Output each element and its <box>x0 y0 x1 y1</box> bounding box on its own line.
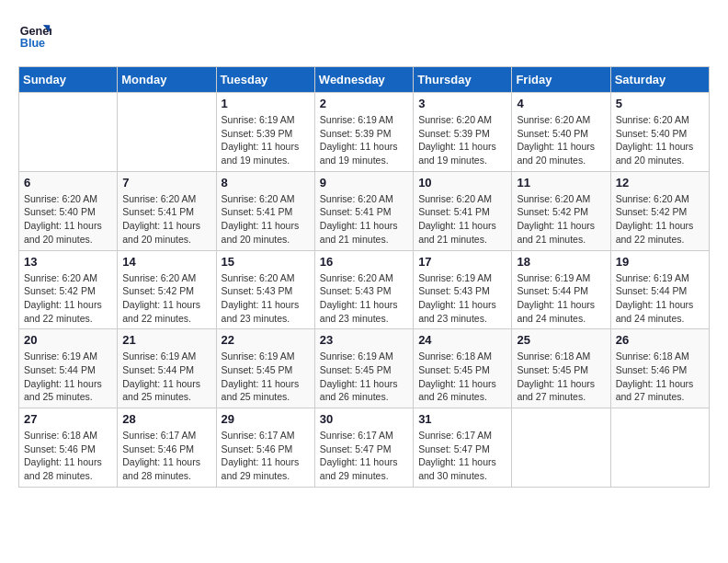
calendar-cell: 29Sunrise: 6:17 AM Sunset: 5:46 PM Dayli… <box>216 408 314 488</box>
day-info: Sunrise: 6:20 AM Sunset: 5:40 PM Dayligh… <box>24 192 112 247</box>
calendar-cell: 10Sunrise: 6:20 AM Sunset: 5:41 PM Dayli… <box>414 171 512 250</box>
day-info: Sunrise: 6:17 AM Sunset: 5:46 PM Dayligh… <box>222 429 310 483</box>
week-row-4: 20Sunrise: 6:19 AM Sunset: 5:44 PM Dayli… <box>19 329 710 408</box>
day-info: Sunrise: 6:19 AM Sunset: 5:44 PM Dayligh… <box>517 271 605 326</box>
day-info: Sunrise: 6:18 AM Sunset: 5:46 PM Dayligh… <box>616 350 704 404</box>
day-number: 7 <box>122 176 210 190</box>
day-info: Sunrise: 6:20 AM Sunset: 5:42 PM Dayligh… <box>24 271 112 326</box>
day-header-thursday: Thursday <box>414 67 512 93</box>
day-info: Sunrise: 6:17 AM Sunset: 5:47 PM Dayligh… <box>320 429 408 483</box>
calendar-cell: 3Sunrise: 6:20 AM Sunset: 5:39 PM Daylig… <box>414 93 512 172</box>
day-info: Sunrise: 6:20 AM Sunset: 5:41 PM Dayligh… <box>122 192 210 247</box>
day-info: Sunrise: 6:20 AM Sunset: 5:41 PM Dayligh… <box>418 192 506 247</box>
day-header-wednesday: Wednesday <box>314 67 413 93</box>
calendar-cell: 20Sunrise: 6:19 AM Sunset: 5:44 PM Dayli… <box>19 329 118 408</box>
day-info: Sunrise: 6:20 AM Sunset: 5:41 PM Dayligh… <box>320 192 408 247</box>
day-info: Sunrise: 6:20 AM Sunset: 5:42 PM Dayligh… <box>517 192 605 247</box>
calendar-cell: 13Sunrise: 6:20 AM Sunset: 5:42 PM Dayli… <box>19 250 118 329</box>
day-info: Sunrise: 6:19 AM Sunset: 5:44 PM Dayligh… <box>616 271 704 326</box>
day-info: Sunrise: 6:19 AM Sunset: 5:39 PM Dayligh… <box>320 113 408 167</box>
page-header: General Blue <box>18 18 710 52</box>
day-info: Sunrise: 6:17 AM Sunset: 5:46 PM Dayligh… <box>122 429 210 483</box>
day-info: Sunrise: 6:18 AM Sunset: 5:46 PM Dayligh… <box>24 429 112 483</box>
day-number: 1 <box>222 97 310 110</box>
day-number: 16 <box>320 255 408 269</box>
day-info: Sunrise: 6:18 AM Sunset: 5:45 PM Dayligh… <box>418 350 506 404</box>
day-header-tuesday: Tuesday <box>216 67 314 93</box>
day-info: Sunrise: 6:20 AM Sunset: 5:42 PM Dayligh… <box>616 192 704 247</box>
day-header-monday: Monday <box>118 67 216 93</box>
day-number: 15 <box>222 255 310 269</box>
day-number: 18 <box>517 255 605 269</box>
day-info: Sunrise: 6:20 AM Sunset: 5:42 PM Dayligh… <box>122 271 210 326</box>
calendar-cell: 7Sunrise: 6:20 AM Sunset: 5:41 PM Daylig… <box>118 171 216 250</box>
week-row-2: 6Sunrise: 6:20 AM Sunset: 5:40 PM Daylig… <box>19 171 710 250</box>
calendar-cell: 14Sunrise: 6:20 AM Sunset: 5:42 PM Dayli… <box>118 250 216 329</box>
calendar-cell <box>118 93 216 172</box>
day-number: 26 <box>616 333 704 347</box>
day-info: Sunrise: 6:20 AM Sunset: 5:40 PM Dayligh… <box>517 113 605 167</box>
logo-icon: General Blue <box>18 18 51 52</box>
day-info: Sunrise: 6:20 AM Sunset: 5:43 PM Dayligh… <box>222 271 310 326</box>
day-number: 3 <box>418 97 506 110</box>
day-number: 25 <box>517 333 605 347</box>
day-number: 22 <box>222 333 310 347</box>
calendar-cell: 23Sunrise: 6:19 AM Sunset: 5:45 PM Dayli… <box>314 329 413 408</box>
day-number: 5 <box>616 97 704 110</box>
calendar-cell: 1Sunrise: 6:19 AM Sunset: 5:39 PM Daylig… <box>216 93 314 172</box>
calendar-cell: 18Sunrise: 6:19 AM Sunset: 5:44 PM Dayli… <box>512 250 610 329</box>
day-number: 8 <box>222 176 310 190</box>
calendar-cell: 28Sunrise: 6:17 AM Sunset: 5:46 PM Dayli… <box>118 408 216 488</box>
calendar-cell: 12Sunrise: 6:20 AM Sunset: 5:42 PM Dayli… <box>610 171 709 250</box>
calendar-cell: 19Sunrise: 6:19 AM Sunset: 5:44 PM Dayli… <box>610 250 709 329</box>
day-number: 13 <box>24 255 112 269</box>
day-info: Sunrise: 6:19 AM Sunset: 5:45 PM Dayligh… <box>320 350 408 404</box>
calendar-cell <box>19 93 118 172</box>
day-info: Sunrise: 6:20 AM Sunset: 5:39 PM Dayligh… <box>418 113 506 167</box>
calendar-cell: 11Sunrise: 6:20 AM Sunset: 5:42 PM Dayli… <box>512 171 610 250</box>
day-number: 17 <box>418 255 506 269</box>
week-row-3: 13Sunrise: 6:20 AM Sunset: 5:42 PM Dayli… <box>19 250 710 329</box>
day-info: Sunrise: 6:19 AM Sunset: 5:43 PM Dayligh… <box>418 271 506 326</box>
calendar-table: SundayMondayTuesdayWednesdayThursdayFrid… <box>18 66 710 488</box>
day-info: Sunrise: 6:19 AM Sunset: 5:44 PM Dayligh… <box>122 350 210 404</box>
week-row-5: 27Sunrise: 6:18 AM Sunset: 5:46 PM Dayli… <box>19 408 710 488</box>
day-number: 28 <box>122 412 210 426</box>
calendar-cell: 6Sunrise: 6:20 AM Sunset: 5:40 PM Daylig… <box>19 171 118 250</box>
day-number: 11 <box>517 176 605 190</box>
calendar-cell: 17Sunrise: 6:19 AM Sunset: 5:43 PM Dayli… <box>414 250 512 329</box>
day-number: 31 <box>418 412 506 426</box>
day-number: 23 <box>320 333 408 347</box>
calendar-cell: 5Sunrise: 6:20 AM Sunset: 5:40 PM Daylig… <box>610 93 709 172</box>
calendar-cell: 31Sunrise: 6:17 AM Sunset: 5:47 PM Dayli… <box>414 408 512 488</box>
day-header-sunday: Sunday <box>19 67 118 93</box>
calendar-cell: 8Sunrise: 6:20 AM Sunset: 5:41 PM Daylig… <box>216 171 314 250</box>
day-info: Sunrise: 6:20 AM Sunset: 5:43 PM Dayligh… <box>320 271 408 326</box>
day-number: 4 <box>517 97 605 110</box>
calendar-cell: 24Sunrise: 6:18 AM Sunset: 5:45 PM Dayli… <box>414 329 512 408</box>
day-info: Sunrise: 6:20 AM Sunset: 5:40 PM Dayligh… <box>616 113 704 167</box>
calendar-cell <box>610 408 709 488</box>
calendar-cell: 26Sunrise: 6:18 AM Sunset: 5:46 PM Dayli… <box>610 329 709 408</box>
calendar-cell: 22Sunrise: 6:19 AM Sunset: 5:45 PM Dayli… <box>216 329 314 408</box>
calendar-cell: 21Sunrise: 6:19 AM Sunset: 5:44 PM Dayli… <box>118 329 216 408</box>
day-number: 27 <box>24 412 112 426</box>
day-number: 6 <box>24 176 112 190</box>
calendar-cell: 27Sunrise: 6:18 AM Sunset: 5:46 PM Dayli… <box>19 408 118 488</box>
day-info: Sunrise: 6:18 AM Sunset: 5:45 PM Dayligh… <box>517 350 605 404</box>
day-number: 20 <box>24 333 112 347</box>
day-number: 30 <box>320 412 408 426</box>
day-number: 2 <box>320 97 408 110</box>
calendar-cell: 30Sunrise: 6:17 AM Sunset: 5:47 PM Dayli… <box>314 408 413 488</box>
day-info: Sunrise: 6:19 AM Sunset: 5:39 PM Dayligh… <box>222 113 310 167</box>
day-info: Sunrise: 6:17 AM Sunset: 5:47 PM Dayligh… <box>418 429 506 483</box>
calendar-cell <box>512 408 610 488</box>
calendar-cell: 15Sunrise: 6:20 AM Sunset: 5:43 PM Dayli… <box>216 250 314 329</box>
calendar-cell: 9Sunrise: 6:20 AM Sunset: 5:41 PM Daylig… <box>314 171 413 250</box>
day-number: 10 <box>418 176 506 190</box>
day-number: 12 <box>616 176 704 190</box>
day-number: 21 <box>122 333 210 347</box>
day-number: 24 <box>418 333 506 347</box>
day-header-saturday: Saturday <box>610 67 709 93</box>
day-number: 29 <box>222 412 310 426</box>
